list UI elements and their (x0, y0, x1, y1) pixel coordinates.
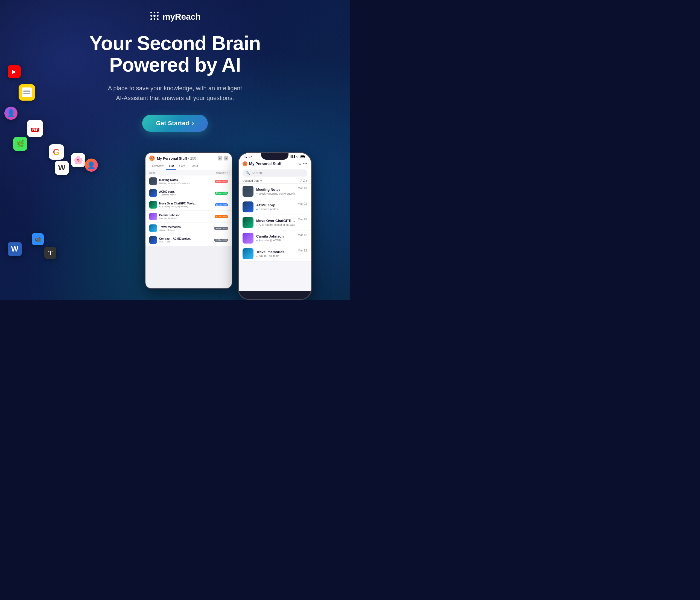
search-icon: 🔍 (246, 171, 250, 175)
row-date: 30 Mar, 2023 (214, 227, 228, 230)
phone-list-icon[interactable]: ≡ (299, 161, 301, 166)
row-thumbnail (243, 202, 253, 212)
tab-card[interactable]: Card (176, 163, 188, 170)
svg-point-7 (154, 18, 155, 20)
row-name: Contract - ACME project (159, 237, 212, 240)
tablet-mockup: 🚀 My Personal Stuff • 250 ≡ ••• Overview… (145, 152, 232, 289)
phone-search-area: 🔍 Search (239, 168, 311, 178)
tablet-col-node: Node (149, 172, 206, 174)
row-subtitle: ● Album · 48 items (256, 255, 295, 258)
row-thumbnail (243, 233, 253, 243)
get-started-button[interactable]: Get Started › (142, 115, 208, 132)
row-name: ACME corp. (159, 190, 212, 193)
row-name: Move Over ChatGPT: Tools... (256, 219, 295, 223)
sub-icon: ● (256, 239, 257, 242)
sub-icon: ● (256, 224, 257, 226)
row-subtitle: • 1 related nodes (159, 193, 212, 196)
table-row[interactable]: Move Over ChatGPT: Tools... AI is rapidl… (146, 199, 232, 211)
row-date: Mar 22 (298, 202, 307, 205)
logo-icon (150, 11, 159, 23)
row-name: Meeting Notes (159, 179, 212, 182)
row-thumbnail (149, 177, 157, 185)
row-subtitle: ● Weekly morning conference in... (256, 192, 295, 195)
svg-point-6 (150, 18, 152, 20)
tab-list[interactable]: List (166, 163, 177, 170)
tab-board[interactable]: Board (188, 163, 201, 170)
sort-label[interactable]: Updated Date ∨ (243, 179, 262, 182)
list-item[interactable]: Camila Johnson ● Founder @ ACME Mar 12 (239, 230, 311, 246)
logo-text: myReach (163, 12, 201, 22)
phone-app-logo: 🚀 (243, 161, 247, 166)
list-item[interactable]: Meeting Notes ● Weekly morning conferenc… (239, 184, 311, 199)
phone-header: 🚀 My Personal Stuff ≡ ••• (239, 159, 311, 168)
row-subtitle: Weekly morning conference in... (159, 182, 212, 184)
tablet-list: Meeting Notes Weekly morning conference … (146, 176, 232, 246)
phone-list: Meeting Notes ● Weekly morning conferenc… (239, 184, 311, 262)
row-subtitle: PDF · 14kb (159, 240, 212, 243)
list-item[interactable]: ACME corp. ● 6 related nodes Mar 22 (239, 199, 311, 215)
svg-point-5 (157, 15, 158, 17)
tablet-count: • 250 (188, 156, 196, 160)
row-date: Mar 12 (298, 249, 307, 252)
sort-az[interactable]: A-Z ↕ (301, 179, 307, 182)
battery-icon (301, 155, 305, 159)
logo: myReach (150, 11, 201, 23)
tablet-logo: 🚀 (149, 156, 155, 161)
row-subtitle: ● Founder @ ACME (256, 239, 295, 242)
row-thumbnail (149, 225, 157, 232)
table-row[interactable]: Camila Johnson Founder @ ACME12 Apr, 202… (146, 211, 232, 223)
phone-title: My Personal Stuff (249, 161, 298, 166)
signal-icon: ▐▐▐ (290, 155, 295, 159)
row-name: Meeting Notes (256, 187, 295, 192)
sub-icon: ● (256, 192, 257, 195)
row-date: 19 Apr, 2023 (215, 203, 228, 206)
svg-point-3 (150, 15, 152, 17)
row-subtitle: ● AI is rapidly changing the way... (256, 223, 295, 226)
row-date: 29 Mar, 2023 (214, 239, 228, 241)
row-thumbnail (149, 189, 157, 197)
phone-sort-bar: Updated Date ∨ A-Z ↕ (239, 178, 311, 184)
row-subtitle: ● 6 related nodes (256, 208, 295, 211)
sub-icon: ● (256, 255, 257, 258)
table-row[interactable]: Meeting Notes Weekly morning conference … (146, 176, 232, 187)
phone-status-icons: ▐▐▐ (290, 155, 305, 159)
cta-arrow-icon: › (192, 120, 194, 127)
tablet-col-creation: Creation ↑ (209, 172, 228, 174)
row-thumbnail (149, 236, 157, 244)
row-date: 12 Apr, 2023 (215, 215, 228, 218)
table-row[interactable]: ACME corp. • 1 related nodes19 Apr, 2023 (146, 187, 232, 199)
list-item[interactable]: Move Over ChatGPT: Tools... ● AI is rapi… (239, 215, 311, 230)
tablet-title: My Personal Stuff • 250 (157, 156, 216, 160)
phone-mockup: 17:27 ▐▐▐ (238, 152, 312, 300)
table-row[interactable]: Contract - ACME project PDF · 14kb29 Mar… (146, 234, 232, 246)
row-name: Travel memories (256, 250, 295, 254)
row-thumbnail (243, 248, 253, 259)
row-name: Camila Johnson (256, 234, 295, 238)
row-name: Move Over ChatGPT: Tools... (159, 202, 212, 205)
row-date: Mar 13 (298, 186, 307, 190)
tab-overview[interactable]: Overview (149, 163, 166, 170)
row-date: Mar 12 (298, 233, 307, 236)
phones-area: 🚀 My Personal Stuff • 250 ≡ ••• Overview… (145, 141, 350, 300)
phone-notch (261, 153, 289, 160)
row-name: Camila Johnson (159, 214, 212, 217)
tablet-list-icon[interactable]: ≡ (218, 156, 222, 160)
svg-point-0 (150, 12, 152, 14)
row-subtitle: AI is rapidly changing the way... (159, 205, 212, 208)
tablet-more-icon[interactable]: ••• (224, 156, 228, 160)
hero-heading: Your Second Brain Powered by AI (90, 32, 260, 76)
row-date: 19 Apr, 2023 (215, 192, 228, 194)
row-name: Travel memories (159, 226, 212, 229)
svg-point-4 (153, 15, 156, 17)
table-row[interactable]: Travel memories Album · 4k items30 Mar, … (146, 223, 232, 234)
list-item[interactable]: Travel memories ● Album · 48 items Mar 1… (239, 246, 311, 262)
search-input-box[interactable]: 🔍 Search (243, 169, 307, 177)
row-subtitle: Album · 4k items (159, 229, 212, 231)
row-name: ACME corp. (256, 203, 295, 207)
svg-point-2 (157, 12, 158, 14)
phone-time: 17:27 (244, 155, 252, 159)
row-thumbnail (243, 217, 253, 228)
row-thumbnail (243, 186, 253, 197)
search-placeholder: Search (252, 171, 262, 175)
phone-more-icon[interactable]: ••• (303, 161, 307, 166)
